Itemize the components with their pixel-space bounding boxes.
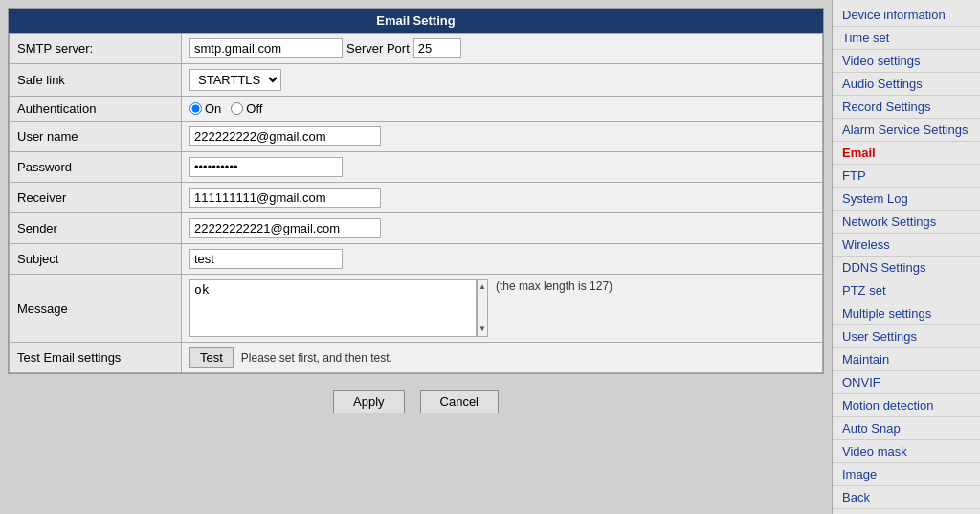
message-cell: ok ▲ ▼ (the max length is 127) (182, 275, 823, 343)
cancel-button[interactable]: Cancel (420, 390, 499, 413)
scroll-down-icon[interactable]: ▼ (478, 323, 487, 336)
safe-link-cell: STARTTLS SSL None (182, 64, 823, 97)
sidebar-item-audio-settings[interactable]: Audio Settings (833, 73, 980, 96)
test-hint: Please set first, and then test. (241, 351, 392, 365)
apply-button[interactable]: Apply (333, 390, 405, 413)
sidebar-item-system-log[interactable]: System Log (833, 188, 980, 211)
test-row-content: Test Please set first, and then test. (189, 347, 814, 368)
receiver-cell (182, 183, 823, 213)
sidebar-item-time-set[interactable]: Time set (833, 27, 980, 50)
safe-link-row: Safe link STARTTLS SSL None (10, 64, 823, 97)
message-label: Message (10, 275, 182, 343)
test-button[interactable]: Test (189, 347, 234, 368)
sidebar-item-user-settings[interactable]: User Settings (833, 325, 980, 348)
button-row: Apply Cancel (8, 374, 824, 429)
sidebar-item-auto-snap[interactable]: Auto Snap (833, 417, 980, 440)
username-label: User name (10, 122, 182, 152)
sender-cell (182, 213, 823, 244)
test-label: Test Email settings (10, 343, 182, 373)
auth-options: On Off (189, 101, 814, 116)
sidebar-item-device-information[interactable]: Device information (833, 4, 980, 27)
smtp-server-cell: Server Port (182, 34, 823, 64)
receiver-label: Receiver (10, 183, 182, 213)
username-input[interactable] (189, 126, 381, 146)
message-row: Message ok ▲ ▼ (the max length is 127) (10, 275, 823, 343)
username-row: User name (10, 122, 823, 152)
sidebar-item-multiple-settings[interactable]: Multiple settings (833, 302, 980, 325)
smtp-server-row: SMTP server: Server Port (10, 34, 823, 64)
receiver-input[interactable] (189, 188, 381, 208)
sidebar-item-wireless[interactable]: Wireless (833, 234, 980, 257)
sidebar-item-maintain[interactable]: Maintain (833, 348, 980, 371)
smtp-server-label: SMTP server: (10, 34, 182, 64)
sidebar-item-onvif[interactable]: ONVIF (833, 371, 980, 394)
test-row: Test Email settings Test Please set firs… (10, 343, 823, 373)
message-content: ok ▲ ▼ (the max length is 127) (189, 279, 814, 337)
authentication-label: Authentication (10, 97, 182, 122)
sidebar-item-record-settings[interactable]: Record Settings (833, 96, 980, 119)
sidebar-item-video-settings[interactable]: Video settings (833, 50, 980, 73)
message-scrollbar[interactable]: ▲ ▼ (477, 279, 488, 337)
email-form-table: SMTP server: Server Port Safe link START… (9, 33, 823, 373)
sidebar-item-ptz-set[interactable]: PTZ set (833, 279, 980, 302)
sidebar-item-back[interactable]: Back (833, 486, 980, 509)
auth-on-radio[interactable] (189, 102, 202, 115)
message-input[interactable]: ok (189, 279, 477, 337)
subject-label: Subject (10, 244, 182, 275)
message-hint: (the max length is 127) (496, 279, 612, 293)
authentication-cell: On Off (182, 97, 823, 122)
page-title: Email Setting (9, 9, 823, 33)
auth-off-radio[interactable] (231, 102, 243, 115)
subject-cell (182, 244, 823, 275)
safe-link-select[interactable]: STARTTLS SSL None (189, 69, 281, 91)
auth-on-label[interactable]: On (189, 101, 221, 116)
subject-row: Subject (10, 244, 823, 275)
sidebar-item-alarm-service-settings[interactable]: Alarm Service Settings (833, 119, 980, 142)
sidebar: Device informationTime setVideo settings… (832, 0, 980, 514)
password-label: Password (10, 152, 182, 183)
server-port-label: Server Port (346, 41, 410, 56)
scroll-up-icon[interactable]: ▲ (478, 280, 487, 294)
password-row: Password (10, 152, 823, 183)
smtp-server-input[interactable] (189, 38, 343, 58)
receiver-row: Receiver (10, 183, 823, 213)
safe-link-label: Safe link (10, 64, 182, 97)
smtp-port-row: Server Port (189, 38, 814, 58)
message-textarea-wrapper: ok ▲ ▼ (189, 279, 488, 337)
sidebar-item-motion-detection[interactable]: Motion detection (833, 394, 980, 417)
sidebar-item-email[interactable]: Email (833, 142, 980, 165)
sidebar-item-ddns-settings[interactable]: DDNS Settings (833, 257, 980, 279)
sidebar-item-network-settings[interactable]: Network Settings (833, 211, 980, 234)
auth-off-label[interactable]: Off (231, 101, 262, 116)
sender-label: Sender (10, 213, 182, 244)
subject-input[interactable] (189, 249, 343, 269)
password-cell (182, 152, 823, 183)
server-port-input[interactable] (413, 38, 461, 58)
authentication-row: Authentication On Off (10, 97, 823, 122)
test-cell: Test Please set first, and then test. (182, 343, 823, 373)
main-content: Email Setting SMTP server: Server Port S… (0, 0, 832, 514)
sender-input[interactable] (189, 218, 381, 238)
password-input[interactable] (189, 157, 343, 177)
sender-row: Sender (10, 213, 823, 244)
sidebar-item-image[interactable]: Image (833, 463, 980, 486)
form-container: Email Setting SMTP server: Server Port S… (8, 8, 824, 374)
sidebar-item-video-mask[interactable]: Video mask (833, 440, 980, 463)
sidebar-item-ftp[interactable]: FTP (833, 165, 980, 188)
username-cell (182, 122, 823, 152)
